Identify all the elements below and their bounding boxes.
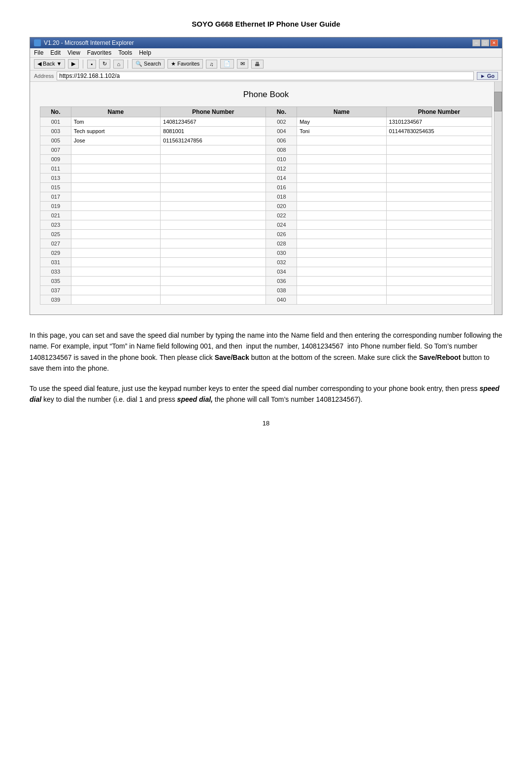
table-cell[interactable] [297,183,386,192]
table-cell[interactable]: Jose [71,136,160,145]
table-cell[interactable]: May [297,117,386,127]
table-cell[interactable] [386,211,492,220]
table-cell[interactable] [161,155,266,164]
refresh-button[interactable]: ↻ [99,59,110,69]
table-cell[interactable]: 039 [40,295,71,305]
table-cell[interactable] [71,183,160,192]
table-cell[interactable] [297,277,386,286]
table-cell[interactable] [71,267,160,277]
table-cell[interactable]: 007 [40,145,71,155]
table-cell[interactable]: 035 [40,277,71,286]
table-cell[interactable] [71,277,160,286]
go-button[interactable]: ► Go [477,72,498,80]
table-cell[interactable] [161,295,266,305]
table-row[interactable]: 021022 [40,211,492,220]
table-cell[interactable] [71,174,160,183]
table-row[interactable]: 013014 [40,174,492,183]
table-cell[interactable]: 032 [266,258,297,267]
table-cell[interactable] [297,174,386,183]
table-cell[interactable] [386,174,492,183]
table-row[interactable]: 033034 [40,267,492,277]
table-cell[interactable]: 008 [266,145,297,155]
table-cell[interactable]: 003 [40,127,71,136]
table-cell[interactable] [386,220,492,230]
table-row[interactable]: 027028 [40,239,492,248]
table-cell[interactable] [161,211,266,220]
table-cell[interactable]: 005 [40,136,71,145]
table-cell[interactable] [161,248,266,258]
back-button[interactable]: ◀ Back ▼ [34,59,65,69]
table-cell[interactable]: 031 [40,258,71,267]
table-cell[interactable]: 021 [40,211,71,220]
table-cell[interactable]: 019 [40,202,71,211]
table-row[interactable]: 001Tom14081234567002May13101234567 [40,117,492,127]
table-cell[interactable]: 001 [40,117,71,127]
table-cell[interactable]: 027 [40,239,71,248]
table-cell[interactable] [297,258,386,267]
scrollbar-thumb[interactable] [494,92,502,111]
table-row[interactable]: 039040 [40,295,492,305]
table-cell[interactable]: 028 [266,239,297,248]
table-cell[interactable] [386,145,492,155]
table-cell[interactable] [161,277,266,286]
table-cell[interactable] [386,136,492,145]
table-cell[interactable] [161,286,266,295]
table-cell[interactable] [386,155,492,164]
table-row[interactable]: 009010 [40,155,492,164]
table-cell[interactable]: 033 [40,267,71,277]
table-cell[interactable] [297,286,386,295]
table-cell[interactable] [71,258,160,267]
table-cell[interactable]: 013 [40,174,71,183]
table-cell[interactable] [71,192,160,202]
table-cell[interactable] [297,295,386,305]
table-cell[interactable] [386,202,492,211]
table-cell[interactable]: 0115631247856 [161,136,266,145]
table-cell[interactable]: 034 [266,267,297,277]
table-cell[interactable] [386,286,492,295]
table-cell[interactable] [386,248,492,258]
table-cell[interactable]: 14081234567 [161,117,266,127]
table-cell[interactable] [386,277,492,286]
table-cell[interactable]: 010 [266,155,297,164]
media-button[interactable]: ♫ [206,60,217,69]
table-cell[interactable] [161,239,266,248]
search-button[interactable]: 🔍 Search [132,59,165,69]
table-cell[interactable] [71,164,160,174]
table-cell[interactable] [386,267,492,277]
table-cell[interactable]: 011 [40,164,71,174]
table-cell[interactable] [161,174,266,183]
table-cell[interactable] [386,239,492,248]
forward-button[interactable]: ▶ [68,59,79,69]
table-cell[interactable] [71,145,160,155]
table-cell[interactable]: 012 [266,164,297,174]
table-cell[interactable]: 040 [266,295,297,305]
table-cell[interactable]: 036 [266,277,297,286]
table-cell[interactable]: 009 [40,155,71,164]
scrollbar[interactable] [494,82,502,315]
table-cell[interactable] [161,145,266,155]
table-cell[interactable]: 023 [40,220,71,230]
table-row[interactable]: 017018 [40,192,492,202]
table-cell[interactable] [297,211,386,220]
table-row[interactable]: 031032 [40,258,492,267]
table-cell[interactable] [297,239,386,248]
table-row[interactable]: 023024 [40,220,492,230]
table-cell[interactable] [386,295,492,305]
table-cell[interactable] [161,220,266,230]
table-cell[interactable] [297,145,386,155]
table-row[interactable]: 003Tech support8081001004Toni01144783025… [40,127,492,136]
menu-favorites[interactable]: Favorites [87,49,111,56]
table-cell[interactable] [386,183,492,192]
table-cell[interactable] [71,239,160,248]
table-cell[interactable] [386,164,492,174]
table-cell[interactable]: Tech support [71,127,160,136]
table-cell[interactable]: 13101234567 [386,117,492,127]
address-input[interactable] [57,71,473,80]
minimize-button[interactable]: – [472,39,480,46]
table-cell[interactable] [161,267,266,277]
table-cell[interactable]: 002 [266,117,297,127]
table-cell[interactable] [297,230,386,239]
table-cell[interactable]: 006 [266,136,297,145]
table-cell[interactable]: 030 [266,248,297,258]
table-row[interactable]: 007008 [40,145,492,155]
